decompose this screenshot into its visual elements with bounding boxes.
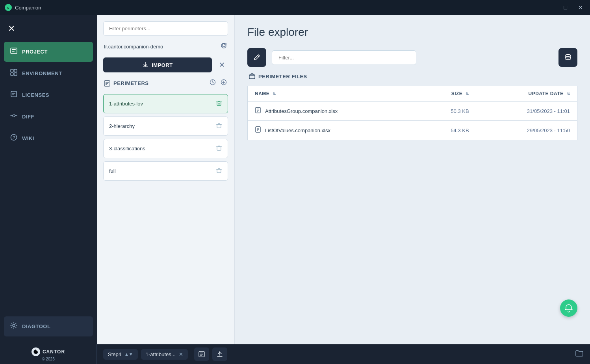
step-arrow-icon: ▲▼ xyxy=(124,352,133,357)
sidebar-item-diagtool-label: DIAGTOOL xyxy=(22,323,50,329)
perimeters-label: PERIMETERS xyxy=(104,80,149,87)
titlebar: C Companion — □ ✕ xyxy=(0,0,590,15)
titlebar-left: C Companion xyxy=(5,4,41,11)
right-panel: File explorer PERIMETER FILES xyxy=(235,15,590,344)
bottom-right xyxy=(575,349,590,360)
sidebar-item-diagtool[interactable]: DIAGTOOL xyxy=(4,316,93,336)
file-name-cell-0: AttributesGroup.companion.xlsx xyxy=(248,102,419,121)
licenses-icon xyxy=(10,91,17,100)
minimize-button[interactable]: — xyxy=(545,4,555,11)
bottom-logo-text: CANTOR xyxy=(43,349,65,355)
bottom-bar: CANTOR © 2023 Step4 ▲▼ 1-attributes... ✕ xyxy=(0,344,590,364)
perimeter-delete-2[interactable] xyxy=(216,145,222,152)
col-update-date[interactable]: UPDATE DATE ⇅ xyxy=(476,86,577,102)
edit-button[interactable] xyxy=(247,48,266,67)
perimeter-delete-3[interactable] xyxy=(216,167,222,175)
perimeter-item-name-2: 3-classifications xyxy=(109,146,145,152)
maximize-button[interactable]: □ xyxy=(562,4,570,11)
import-button[interactable]: IMPORT xyxy=(103,57,212,72)
perimeter-item-name-0: 1-attributes-lov xyxy=(109,101,143,107)
app-logo-icon: C xyxy=(5,4,12,11)
file-icon-0 xyxy=(255,107,261,115)
bottom-tab-close-0[interactable]: ✕ xyxy=(179,351,183,357)
sidebar-item-environment-label: ENVIRONMENT xyxy=(22,70,62,76)
file-icon-1 xyxy=(255,126,261,134)
date-sort-icon: ⇅ xyxy=(567,92,570,96)
sidebar: ✕ PROJECT ENVIRONMENT LICENSES xyxy=(0,15,97,344)
sidebar-bottom: DIAGTOOL xyxy=(0,312,97,340)
svg-rect-27 xyxy=(217,147,221,150)
refresh-icon[interactable] xyxy=(220,42,227,51)
bottom-logo-sub: © 2023 xyxy=(42,357,54,361)
file-date-0: 31/05/2023 - 11:01 xyxy=(476,102,577,121)
perimeters-header: PERIMETERS xyxy=(103,77,228,89)
sidebar-item-environment[interactable]: ENVIRONMENT xyxy=(4,63,93,83)
col-name[interactable]: NAME ⇅ xyxy=(248,86,419,102)
sidebar-item-licenses-label: LICENSES xyxy=(22,92,49,98)
svg-rect-5 xyxy=(11,69,13,72)
col-size[interactable]: SIZE ⇅ xyxy=(419,86,476,102)
cancel-import-button[interactable]: ✕ xyxy=(216,59,228,71)
size-sort-icon: ⇅ xyxy=(466,92,469,96)
sidebar-item-wiki-label: WIKI xyxy=(22,135,34,141)
bottom-tab-0[interactable]: 1-attributes... ✕ xyxy=(141,349,188,360)
close-window-button[interactable]: ✕ xyxy=(576,4,585,11)
svg-rect-9 xyxy=(11,91,17,97)
database-button[interactable] xyxy=(558,48,577,67)
middle-panel: fr.cantor.companion-demo IMPORT ✕ PERIME… xyxy=(97,15,235,344)
file-filter-input[interactable] xyxy=(272,50,416,65)
sidebar-item-diff[interactable]: DIFF xyxy=(4,107,93,127)
sidebar-item-project-label: PROJECT xyxy=(22,49,48,55)
diff-icon xyxy=(10,112,17,121)
svg-rect-8 xyxy=(14,73,17,76)
diagtool-icon xyxy=(10,322,17,331)
wiki-icon: ? xyxy=(10,134,17,143)
perimeter-files-label: PERIMETER FILES xyxy=(249,73,577,79)
environment-icon xyxy=(10,69,17,78)
import-button-label: IMPORT xyxy=(152,62,173,68)
perimeter-item-0[interactable]: 1-attributes-lov xyxy=(103,94,228,113)
perimeters-add-button[interactable] xyxy=(220,79,227,88)
svg-point-30 xyxy=(565,55,571,57)
sidebar-item-licenses[interactable]: LICENSES xyxy=(4,85,93,105)
perimeter-delete-1[interactable] xyxy=(216,122,222,130)
sidebar-item-project[interactable]: PROJECT xyxy=(4,42,93,62)
perimeters-history-button[interactable] xyxy=(209,79,216,88)
sidebar-close-button[interactable]: ✕ xyxy=(0,19,97,42)
window-controls: — □ ✕ xyxy=(545,4,585,11)
perimeter-item-3[interactable]: full xyxy=(103,161,228,181)
svg-text:?: ? xyxy=(13,135,16,140)
step-select[interactable]: Step4 ▲▼ xyxy=(103,349,138,360)
svg-rect-7 xyxy=(11,73,13,76)
bottom-folder-button[interactable] xyxy=(575,349,584,360)
bottom-action-btn-2[interactable] xyxy=(212,347,227,361)
project-icon xyxy=(10,47,17,56)
bottom-logo: CANTOR © 2023 xyxy=(0,344,97,364)
filter-perimeters-input[interactable] xyxy=(103,21,228,36)
svg-rect-4 xyxy=(12,51,15,52)
table-row[interactable]: ListOfValues.companion.xlsx 54.3 KB 29/0… xyxy=(248,121,577,140)
bottom-tabs: Step4 ▲▼ 1-attributes... ✕ xyxy=(97,344,575,364)
perimeters-actions xyxy=(209,79,227,88)
perimeter-item-2[interactable]: 3-classifications xyxy=(103,139,228,158)
svg-rect-28 xyxy=(217,169,221,173)
svg-rect-3 xyxy=(12,49,16,50)
file-size-1: 54.3 KB xyxy=(419,121,476,140)
bottom-action-btn-1[interactable] xyxy=(194,347,209,361)
perimeter-list: 1-attributes-lov 2-hierarchy 3-classific… xyxy=(103,94,228,181)
notification-fab-button[interactable] xyxy=(560,299,577,317)
file-toolbar xyxy=(247,48,577,67)
perimeter-item-name-3: full xyxy=(109,168,116,174)
perimeter-item-name-1: 2-hierarchy xyxy=(109,123,135,129)
svg-rect-6 xyxy=(14,69,17,72)
table-row[interactable]: AttributesGroup.companion.xlsx 50.3 KB 3… xyxy=(248,102,577,121)
perimeter-item-1[interactable]: 2-hierarchy xyxy=(103,116,228,136)
file-name-cell-1: ListOfValues.companion.xlsx xyxy=(248,121,419,140)
svg-rect-23 xyxy=(217,102,221,105)
sidebar-item-diff-label: DIFF xyxy=(22,114,34,120)
sidebar-nav: PROJECT ENVIRONMENT LICENSES DIFF xyxy=(0,42,97,312)
sidebar-item-wiki[interactable]: ? WIKI xyxy=(4,128,93,148)
file-date-1: 29/05/2023 - 11:50 xyxy=(476,121,577,140)
perimeter-delete-0[interactable] xyxy=(216,100,222,107)
file-table: NAME ⇅ SIZE ⇅ UPDATE DATE ⇅ xyxy=(247,86,577,140)
